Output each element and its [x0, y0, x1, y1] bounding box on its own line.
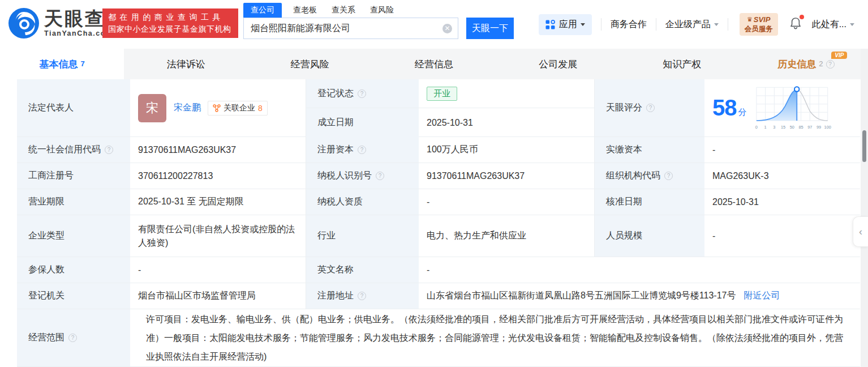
tab-label: 法律诉讼	[167, 58, 205, 71]
enterprise-products-link[interactable]: 企业级产品	[665, 19, 719, 31]
field-establish-date-label: 成立日期	[306, 108, 419, 137]
info-icon[interactable]: ?	[105, 146, 113, 154]
search-tab-risk[interactable]: 查风险	[370, 3, 394, 18]
field-registered-address-label: 注册地址?	[306, 283, 419, 309]
network-icon	[213, 104, 221, 112]
slogan-banner: 都在用的商业查询工具 国家中小企业发展子基金旗下机构	[102, 8, 238, 38]
divider	[728, 18, 728, 31]
tianyancha-company-page: 天眼查 TianYanCha.com 都在用的商业查询工具 国家中小企业发展子基…	[0, 0, 868, 367]
search-button[interactable]: 天眼一下	[466, 18, 514, 39]
svg-text:97: 97	[807, 124, 812, 129]
tab-count: 2	[819, 59, 823, 68]
svg-text:100: 100	[824, 124, 831, 129]
svip-member-button[interactable]: ♛SVIP 会员服务	[740, 13, 778, 36]
field-paid-capital-label: 实缴资本	[594, 137, 704, 163]
tab-label: 基本信息	[39, 58, 78, 71]
related-companies-badge[interactable]: 关联企业 8	[208, 101, 268, 116]
info-icon[interactable]: ?	[68, 334, 77, 342]
svg-text:50: 50	[789, 124, 794, 129]
apps-label: 应用	[559, 19, 577, 31]
field-registered-capital-value: 100万人民币	[419, 137, 594, 163]
nearby-companies-link[interactable]: 附近公司	[744, 290, 780, 302]
score-marker	[794, 87, 799, 91]
info-icon[interactable]: ?	[376, 172, 384, 180]
field-credit-code-value: 91370611MAG263UK37	[130, 137, 306, 163]
info-icon[interactable]: ?	[358, 146, 366, 154]
search-box: ✕	[243, 18, 458, 39]
user-account-label: 此处有...	[812, 19, 846, 31]
search-tabs: 查公司 查老板 查关系 查风险	[243, 2, 514, 18]
field-legal-representative-value: 宋 宋金鹏 关联企业 8	[130, 79, 306, 137]
svg-text:15: 15	[780, 124, 785, 129]
field-staff-size-label: 人员规模	[594, 215, 704, 257]
field-industry-value: 电力、热力生产和供应业	[419, 215, 594, 257]
header-right-nav: 应用 商务合作 企业级产品 ♛SVIP 会员服务	[539, 12, 854, 37]
score-number: 58	[712, 95, 737, 121]
field-company-type-label: 企业类型	[17, 215, 130, 257]
tab-basic-info[interactable]: 基本信息 7	[0, 49, 124, 79]
scrollbar-track[interactable]	[861, 49, 868, 367]
scrollbar-thumb[interactable]	[862, 130, 866, 162]
tab-company-development[interactable]: 公司发展	[496, 49, 620, 79]
search-tab-boss[interactable]: 查老板	[293, 3, 317, 18]
field-insured-count-value: -	[130, 257, 306, 283]
divider	[601, 18, 601, 31]
notifications-button[interactable]	[789, 16, 802, 32]
tab-intellectual-property[interactable]: 知识产权	[620, 49, 744, 79]
collapse-panel-button[interactable]: ‹	[853, 216, 868, 247]
legal-representative-link[interactable]: 宋金鹏	[174, 102, 201, 114]
field-company-type-value: 有限责任公司(非自然人投资或控股的法人独资)	[130, 215, 306, 257]
field-registration-authority-label: 登记机关	[17, 283, 130, 309]
info-icon[interactable]: ?	[664, 172, 673, 180]
field-registered-address-value: 山东省烟台市福山区福新街道凤凰山路8号五洲国际工业博览城9号楼113-17号 附…	[419, 283, 860, 309]
divider	[656, 18, 656, 31]
field-legal-representative-label: 法定代表人	[17, 79, 130, 137]
field-industry-label: 行业	[306, 215, 419, 257]
search-input[interactable]	[244, 23, 442, 33]
info-icon[interactable]: ?	[358, 292, 366, 300]
related-companies-count: 8	[258, 104, 263, 113]
tab-history-info[interactable]: VIP 历史信息 2 ?	[744, 49, 868, 79]
slogan-line2: 国家中小企业发展子基金旗下机构	[108, 23, 233, 35]
business-cooperation-link[interactable]: 商务合作	[611, 19, 647, 31]
basic-info-table: 法定代表人 宋 宋金鹏 关联企业 8 登记状态? 开业	[17, 79, 860, 367]
tab-label: 知识产权	[663, 58, 701, 71]
search-tab-company[interactable]: 查公司	[243, 3, 282, 18]
tab-count: 7	[80, 59, 84, 68]
tianyancha-logo[interactable]: 天眼查 TianYanCha.com	[8, 7, 113, 39]
field-business-scope-value: 许可项目：发电业务、输电业务、供（配）电业务；供电业务。（依法须经批准的项目，经…	[130, 309, 860, 367]
avatar[interactable]: 宋	[138, 94, 166, 122]
info-icon[interactable]: ?	[646, 104, 655, 112]
field-tianyan-score-label: 天眼评分?	[594, 79, 704, 137]
info-icon[interactable]: ?	[358, 89, 366, 98]
tab-business-risk[interactable]: 经营风险	[248, 49, 372, 79]
tab-label: 经营风险	[291, 58, 329, 71]
tab-label: 经营信息	[415, 58, 453, 71]
svg-text:99: 99	[816, 124, 820, 129]
status-date-subgrid: 登记状态? 开业 成立日期 2025-10-31	[306, 79, 594, 137]
search-row: ✕ 天眼一下	[243, 18, 514, 39]
field-taxpayer-qualification-value: -	[419, 189, 594, 215]
chevron-left-icon: ‹	[859, 226, 862, 238]
clear-search-icon[interactable]: ✕	[442, 24, 452, 33]
search-area: 查公司 查老板 查关系 查风险 ✕ 天眼一下	[243, 2, 514, 39]
help-icon[interactable]: ?	[826, 60, 835, 69]
related-companies-label: 关联企业	[224, 103, 255, 113]
slogan-line1: 都在用的商业查询工具	[108, 11, 233, 23]
crown-icon: ♛	[747, 15, 753, 24]
search-tab-relation[interactable]: 查关系	[332, 3, 355, 18]
field-business-term-value: 2025-10-31 至 无固定期限	[130, 189, 306, 215]
field-insured-count-label: 参保人数	[17, 257, 130, 283]
enterprise-products-label: 企业级产品	[665, 19, 711, 31]
tab-business-info[interactable]: 经营信息	[372, 49, 496, 79]
user-account-menu[interactable]: 此处有...	[812, 19, 854, 31]
field-paid-capital-value: -	[704, 137, 860, 163]
field-org-code-label: 组织机构代码?	[594, 163, 704, 189]
tianyancha-logo-icon	[8, 7, 40, 39]
field-taxpayer-qualification-label: 纳税人资质	[306, 189, 419, 215]
apps-menu-button[interactable]: 应用	[539, 14, 592, 35]
svip-label: SVIP	[754, 15, 771, 24]
chevron-down-icon	[714, 23, 719, 26]
tab-legal-proceedings[interactable]: 法律诉讼	[124, 49, 248, 79]
field-establish-date-value: 2025-10-31	[419, 108, 594, 137]
